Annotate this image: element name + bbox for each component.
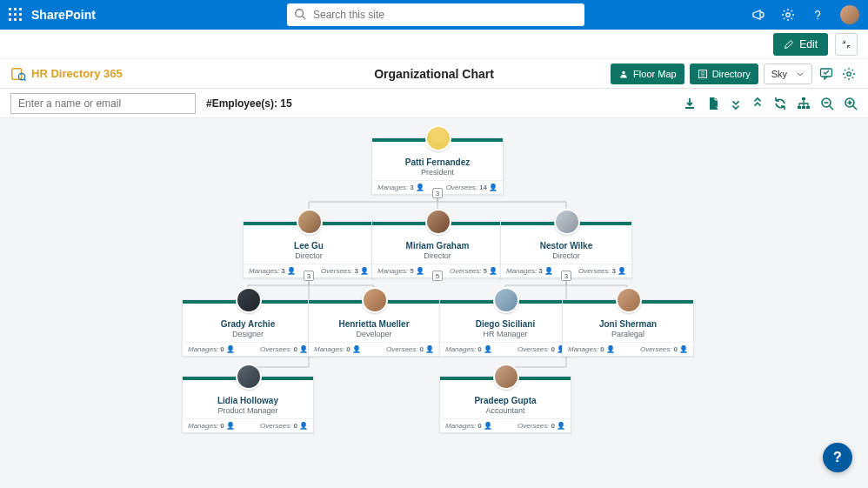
gear-icon[interactable] xyxy=(781,8,795,22)
svg-rect-15 xyxy=(798,106,801,109)
org-node[interactable]: Grady ArchieDesigner Manages: 0 👤Oversee… xyxy=(182,299,314,357)
feedback-icon[interactable] xyxy=(818,65,835,83)
svg-line-1 xyxy=(303,17,306,20)
settings-gear-icon[interactable] xyxy=(840,65,858,83)
svg-rect-14 xyxy=(802,97,805,100)
directory-icon xyxy=(698,69,708,79)
avatar xyxy=(425,125,451,151)
svg-point-13 xyxy=(847,71,851,75)
org-node[interactable]: Pradeep GuptaAccountant Manages: 0 👤Over… xyxy=(439,376,571,433)
svg-line-24 xyxy=(853,106,857,110)
avatar xyxy=(554,209,580,235)
chevron-down-icon xyxy=(796,70,805,78)
user-avatar[interactable] xyxy=(840,5,859,24)
zoom-in-icon[interactable] xyxy=(844,97,858,110)
floorplan-icon xyxy=(618,69,629,79)
avatar xyxy=(493,364,519,390)
svg-point-7 xyxy=(622,70,624,73)
logo-icon xyxy=(10,66,26,82)
avatar xyxy=(236,364,262,390)
svg-line-20 xyxy=(830,106,833,110)
org-node[interactable]: Patti FernandezPresident Manages: 3 👤Ove… xyxy=(371,137,504,195)
help-icon[interactable] xyxy=(811,8,825,22)
svg-point-2 xyxy=(786,13,790,17)
help-fab[interactable]: ? xyxy=(823,443,852,472)
child-count-badge[interactable]: 3 xyxy=(432,188,443,198)
org-node[interactable]: Henrietta MuellerDeveloper Manages: 0 👤O… xyxy=(308,299,440,357)
avatar xyxy=(616,287,642,313)
app-logo[interactable]: HR Directory 365 xyxy=(10,66,123,82)
org-node[interactable]: Lidia HollowayProduct Manager Manages: 0… xyxy=(182,376,314,433)
edit-button[interactable]: Edit xyxy=(773,33,828,56)
edit-label: Edit xyxy=(799,38,818,50)
name-search-input[interactable] xyxy=(10,93,196,114)
svg-rect-16 xyxy=(802,106,805,109)
employee-count: #Employee(s): 15 xyxy=(206,97,292,110)
svg-point-3 xyxy=(817,18,818,20)
product-title: SharePoint xyxy=(31,8,96,22)
avatar xyxy=(236,287,262,313)
search-icon xyxy=(294,8,306,20)
collapse-level-icon[interactable] xyxy=(751,97,764,110)
refresh-icon[interactable] xyxy=(773,97,787,110)
download-icon[interactable] xyxy=(683,97,697,110)
svg-point-0 xyxy=(296,10,304,17)
expand-level-icon[interactable] xyxy=(730,97,742,110)
pencil-icon xyxy=(784,39,794,50)
theme-select[interactable]: Sky xyxy=(764,64,812,84)
org-chart-canvas[interactable]: Patti FernandezPresident Manages: 3 👤Ove… xyxy=(0,118,868,488)
suite-search-input[interactable] xyxy=(287,3,584,26)
megaphone-icon[interactable] xyxy=(751,8,765,22)
hierarchy-icon[interactable] xyxy=(797,97,811,110)
child-count-badge[interactable]: 5 xyxy=(432,271,443,281)
zoom-out-icon[interactable] xyxy=(820,97,834,110)
svg-rect-17 xyxy=(806,106,810,109)
floor-map-button[interactable]: Floor Map xyxy=(611,64,684,84)
org-node[interactable]: Diego SicilianiHR Manager Manages: 0 👤Ov… xyxy=(439,299,571,357)
avatar xyxy=(297,209,323,235)
fullscreen-toggle[interactable] xyxy=(835,33,858,56)
avatar xyxy=(493,287,519,313)
child-count-badge[interactable]: 3 xyxy=(304,271,314,281)
org-node[interactable]: Joni ShermanParalegal Manages: 0 👤Overse… xyxy=(562,299,694,357)
directory-button[interactable]: Directory xyxy=(690,64,758,84)
child-count-badge[interactable]: 3 xyxy=(561,271,571,281)
svg-line-6 xyxy=(24,78,26,80)
collapse-icon xyxy=(841,39,851,50)
avatar xyxy=(362,287,388,313)
export-pdf-icon[interactable] xyxy=(706,97,720,110)
avatar xyxy=(425,209,451,235)
logo-text: HR Directory 365 xyxy=(31,67,123,80)
app-launcher-icon[interactable] xyxy=(9,8,23,22)
